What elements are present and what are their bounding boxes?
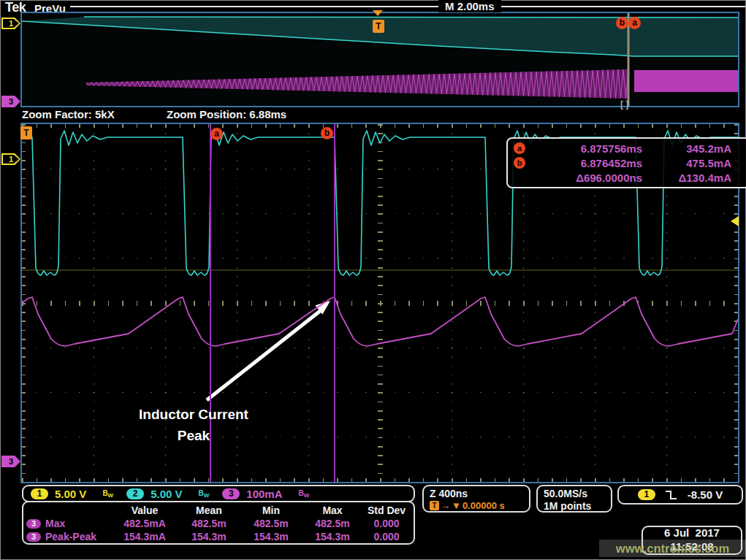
- cursor-readout-box: a 6.875756ms 345.2mA b 6.876452ms 475.5m…: [506, 137, 746, 188]
- ch3-overview-solid-band: [634, 70, 738, 92]
- falling-edge-icon: [665, 489, 678, 501]
- annotation-line2: Peak: [91, 425, 296, 446]
- date-label: 6 Jul 2017: [664, 526, 720, 540]
- cursor-b-readout-row: b 6.876452ms 475.5mA: [514, 156, 743, 170]
- main-ch3-position-marker: 3: [1, 456, 20, 467]
- ch2-scale: 5.00 V: [151, 488, 182, 500]
- cursor-a-icon: a: [514, 142, 525, 154]
- trigger-position-readout: T → ▼ 0.00000 s: [430, 500, 529, 511]
- channel-scale-bar: 1 5.00 V BW 2 5.00 V BW 3 100mA BW: [22, 485, 415, 502]
- ch3-scale: 100mA: [246, 488, 282, 500]
- cursor-delta-readout-row: Δ696.0000ns Δ130.4mA: [514, 170, 743, 185]
- meas-ch3-badge: 3: [26, 532, 41, 542]
- cursor-delta-time: Δ696.0000ns: [536, 172, 642, 184]
- zoom-factor-label: Zoom Factor: 5kX: [22, 108, 115, 120]
- arrow-icon: →: [441, 500, 450, 511]
- trigger-settings-box: 1 -8.50 V: [617, 485, 743, 505]
- measurement-header-row: Value Mean Min Max Std Dev: [26, 504, 411, 517]
- ch3-badge[interactable]: 3: [222, 488, 240, 499]
- meas-ch3-badge: 3: [26, 519, 41, 529]
- measurement-table: Value Mean Min Max Std Dev 3Max 482.5mA …: [22, 501, 415, 545]
- cursor-b-value: 475.5mA: [642, 157, 731, 169]
- oscilloscope-screen: Tek PreVu M 2.00ms 1 3 T b a [ ] Zoom Fa…: [0, 0, 746, 560]
- ch2-overview-top: [84, 17, 738, 18]
- acquisition-box: 50.0MS/s 1M points: [536, 485, 612, 513]
- record-length: 1M points: [544, 500, 611, 513]
- annotation-line1: Inductor Current: [91, 404, 296, 425]
- trigger-position-value: 0.00000 s: [463, 500, 505, 511]
- cursor-delta-value: Δ130.4mA: [642, 172, 731, 184]
- trigger-level-arrow-icon: [731, 216, 739, 226]
- header-divider: [70, 6, 745, 7]
- ch1-scale: 5.00 V: [55, 488, 86, 500]
- measurement-row-peak-peak: 3Peak-Peak 154.3mA 154.3m 154.3m 154.3m …: [26, 530, 411, 543]
- main-timebase-label: M 2.00ms: [438, 0, 501, 12]
- cursor-b-time: 6.876452ms: [536, 157, 642, 169]
- ch2-bandwidth-icon: BW: [199, 489, 210, 499]
- cursor-b-icon: b: [514, 157, 525, 169]
- overview-ch1-position-marker: 1: [1, 18, 20, 29]
- main-cursor-a-marker[interactable]: a: [210, 128, 223, 140]
- horizontal-settings-box: Z 400ns T → ▼ 0.00000 s: [422, 485, 530, 513]
- main-waveform-window: a b a 6.875756ms 345.2mA b 6.876452ms 47…: [20, 123, 739, 483]
- overview-cursor-b-marker[interactable]: b: [616, 17, 628, 29]
- measurement-row-max: 3Max 482.5mA 482.5m 482.5m 482.5m 0.000: [26, 517, 411, 530]
- overview-trigger-flag: T: [373, 20, 384, 33]
- ch1-badge[interactable]: 1: [31, 488, 48, 499]
- ch3-trace: [22, 297, 738, 346]
- watermark: www.cntronics.com: [599, 540, 746, 557]
- trigger-t-icon: T: [430, 501, 439, 510]
- trigger-level-value: -8.50 V: [688, 488, 723, 501]
- main-ch1-position-marker: 1: [1, 153, 20, 165]
- ch3-bandwidth-icon: BW: [299, 489, 310, 499]
- main-cursor-b-marker[interactable]: b: [321, 127, 333, 139]
- zoom-position-label: Zoom Position: 6.88ms: [167, 108, 286, 120]
- cursor-a-readout-row: a 6.875756ms 345.2mA: [514, 141, 743, 156]
- zoom-window-bracket-icon: [ ]: [620, 99, 628, 110]
- cursor-a-value: 345.2mA: [642, 142, 731, 155]
- annotation-text: Inductor Current Peak: [91, 404, 296, 447]
- ch1-bandwidth-icon: BW: [102, 489, 113, 499]
- annotation-arrow-shaft: [207, 311, 320, 400]
- overview-ch3-position-marker: 3: [1, 96, 20, 107]
- zoom-timebase-label: Z 400ns: [430, 488, 529, 499]
- ch2-badge[interactable]: 2: [126, 488, 144, 499]
- main-trigger-flag: T: [20, 126, 32, 139]
- marker-icon: ▼: [452, 500, 461, 511]
- trigger-position-icon: [373, 10, 383, 16]
- sample-rate: 50.0MS/s: [544, 488, 611, 500]
- trigger-source-badge[interactable]: 1: [638, 489, 655, 500]
- overview-cursor-a-marker[interactable]: a: [628, 17, 641, 29]
- cursor-a-time: 6.875756ms: [536, 142, 642, 155]
